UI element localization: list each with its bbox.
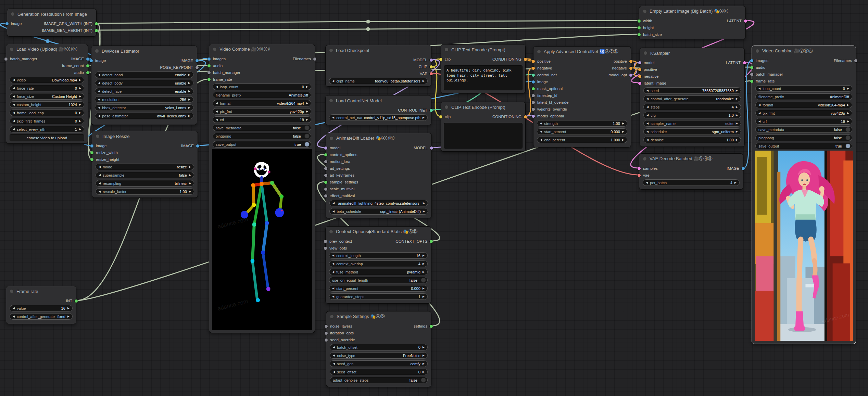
increment-arrow-icon[interactable]: ▶ xyxy=(423,210,425,213)
widget-crf[interactable]: ◀crf19▶ xyxy=(755,118,852,125)
decrement-arrow-icon[interactable]: ◀ xyxy=(332,287,334,290)
node-vae-decode-batched[interactable]: VAE Decode Batched 🎥ⓋⒽⓈsamplesIMAGEvae◀p… xyxy=(639,153,743,190)
widget-context_length[interactable]: ◀context_length16▶ xyxy=(329,252,428,259)
collapse-dot[interactable] xyxy=(329,48,333,52)
collapse-dot[interactable] xyxy=(330,315,334,319)
widget-save_metadata[interactable]: save_metadatafalse xyxy=(755,126,852,133)
widget-ckpt_name[interactable]: ◀ckpt_nametoonyou_beta6.safetensors▶ xyxy=(329,78,428,84)
increment-arrow-icon[interactable]: ▶ xyxy=(189,166,191,168)
increment-arrow-icon[interactable]: ▶ xyxy=(67,307,70,310)
widget-fuse_method[interactable]: ◀fuse_methodpyramid▶ xyxy=(329,269,428,275)
decrement-arrow-icon[interactable]: ◀ xyxy=(332,254,334,257)
input-port-ad_keyframes[interactable]: ad_keyframes xyxy=(326,172,354,179)
increment-arrow-icon[interactable]: ▶ xyxy=(736,114,738,117)
widget-format[interactable]: ◀formatvideo/h264-mp4▶ xyxy=(213,100,311,106)
collapse-dot[interactable] xyxy=(537,50,541,54)
increment-arrow-icon[interactable]: ▶ xyxy=(423,80,425,82)
widget-rescale_factor[interactable]: ◀rescale_factor1.00▶ xyxy=(96,188,194,195)
input-port-ad_settings[interactable]: ad_settings xyxy=(326,165,350,172)
decrement-arrow-icon[interactable]: ◀ xyxy=(216,86,218,88)
increment-arrow-icon[interactable]: ▶ xyxy=(189,190,191,193)
decrement-arrow-icon[interactable]: ◀ xyxy=(216,102,218,105)
input-port-images[interactable]: images xyxy=(209,55,226,62)
widget-control_after_generate[interactable]: ◀control_after_generaterandomize▶ xyxy=(643,95,741,102)
increment-arrow-icon[interactable]: ▶ xyxy=(79,128,81,131)
input-port-image[interactable]: image xyxy=(7,20,22,27)
widget-video[interactable]: ◀videoDownload.mp4▶ xyxy=(10,77,84,83)
node-clip-text-encode-negative[interactable]: CLIP Text Encode (Prompt)clipCONDITIONIN… xyxy=(441,102,526,152)
workflow-canvas[interactable]: Generation Resolution From ImageimageIMA… xyxy=(0,0,868,396)
output-port-CONTEXT_OPTS[interactable]: CONTEXT_OPTS xyxy=(395,238,431,245)
node-video-combine-output[interactable]: Video Combine 🎥ⓋⒽⓈimagesFilenamesaudioba… xyxy=(752,46,856,344)
increment-arrow-icon[interactable]: ▶ xyxy=(188,74,190,76)
node-frame-rate[interactable]: Frame rateINT◀value16▶◀control_after_gen… xyxy=(6,286,76,324)
toggle-knob-icon[interactable] xyxy=(845,127,851,132)
widget-control_net_name[interactable]: ◀control_net_namecontrol_v11p_sd15_openp… xyxy=(329,114,428,121)
input-port-model_optional[interactable]: model_optional xyxy=(533,113,564,119)
decrement-arrow-icon[interactable]: ◀ xyxy=(99,166,101,168)
widget-start_percent[interactable]: ◀start_percent0.000▶ xyxy=(329,285,428,292)
increment-arrow-icon[interactable]: ▶ xyxy=(79,120,81,123)
output-port-Filenames[interactable]: Filenames xyxy=(293,55,315,62)
output-port-CONDITIONING[interactable]: CONDITIONING xyxy=(492,113,525,120)
input-port-width[interactable]: width xyxy=(639,17,652,24)
widget-save_output[interactable]: save_outputtrue xyxy=(755,143,852,149)
widget-pingpong[interactable]: pingpongfalse xyxy=(755,135,852,141)
input-port-images[interactable]: images xyxy=(752,57,768,64)
input-port-iteration_opts[interactable]: iteration_opts xyxy=(326,330,354,336)
output-port-settings[interactable]: settings xyxy=(414,323,431,330)
output-port-IMAGE[interactable]: IMAGE xyxy=(727,165,743,172)
decrement-arrow-icon[interactable]: ◀ xyxy=(13,128,15,131)
collapse-dot[interactable] xyxy=(444,48,449,52)
decrement-arrow-icon[interactable]: ◀ xyxy=(332,271,334,273)
widget-cfg[interactable]: ◀cfg1.0▶ xyxy=(643,112,741,118)
node-clip-text-encode-positive[interactable]: CLIP Text Encode (Prompt)clipCONDITIONIN… xyxy=(441,44,526,93)
collapse-dot[interactable] xyxy=(96,134,100,138)
input-port-batch_manager[interactable]: batch_manager xyxy=(6,55,37,62)
increment-arrow-icon[interactable]: ▶ xyxy=(423,362,425,365)
toggle-knob-icon[interactable] xyxy=(304,142,310,147)
input-port-vae[interactable]: vae xyxy=(639,172,650,179)
widget-steps[interactable]: ◀steps4▶ xyxy=(643,104,741,110)
increment-arrow-icon[interactable]: ▶ xyxy=(79,103,81,106)
decrement-arrow-icon[interactable]: ◀ xyxy=(758,87,760,90)
increment-arrow-icon[interactable]: ▶ xyxy=(423,346,425,349)
widget-detect_face[interactable]: ◀detect_faceenable▶ xyxy=(95,88,193,94)
toggle-knob-icon[interactable] xyxy=(304,133,310,139)
input-port-negative[interactable]: negative xyxy=(533,65,552,72)
collapse-dot[interactable] xyxy=(10,47,14,51)
decrement-arrow-icon[interactable]: ◀ xyxy=(98,106,100,109)
widget-value[interactable]: ◀value16▶ xyxy=(10,305,73,311)
toggle-knob-icon[interactable] xyxy=(845,143,851,149)
widget-context_overlap[interactable]: ◀context_overlap4▶ xyxy=(329,260,428,267)
collapse-dot[interactable] xyxy=(643,51,647,55)
decrement-arrow-icon[interactable]: ◀ xyxy=(13,112,15,114)
widget-force_size[interactable]: ◀force_sizeCustom Height▶ xyxy=(10,93,84,100)
decrement-arrow-icon[interactable]: ◀ xyxy=(333,362,335,365)
decrement-arrow-icon[interactable]: ◀ xyxy=(13,120,15,123)
increment-arrow-icon[interactable]: ▶ xyxy=(736,106,738,108)
decrement-arrow-icon[interactable]: ◀ xyxy=(646,89,649,92)
prompt-textarea[interactable] xyxy=(444,123,523,149)
increment-arrow-icon[interactable]: ▶ xyxy=(423,116,425,119)
widget-start_percent[interactable]: ◀start_percent0.000▶ xyxy=(537,128,627,135)
input-port-latent_image[interactable]: latent_image xyxy=(640,80,666,87)
increment-arrow-icon[interactable]: ▶ xyxy=(189,174,191,177)
decrement-arrow-icon[interactable]: ◀ xyxy=(758,112,760,115)
widget-detect_body[interactable]: ◀detect_bodyenable▶ xyxy=(95,80,193,86)
node-ksampler[interactable]: KSamplermodelLATENTpositivenegativelaten… xyxy=(640,48,745,147)
input-port-context_options[interactable]: context_options xyxy=(326,151,357,158)
decrement-arrow-icon[interactable]: ◀ xyxy=(99,182,101,185)
widget-control_after_generate[interactable]: ◀control_after_generatefixed▶ xyxy=(10,313,73,320)
widget-beta_schedule[interactable]: ◀beta_schedulesqrt_linear (AnimateDiff)▶ xyxy=(329,208,428,215)
decrement-arrow-icon[interactable]: ◀ xyxy=(99,174,101,177)
decrement-arrow-icon[interactable]: ◀ xyxy=(216,118,218,121)
output-port-CLIP[interactable]: CLIP xyxy=(418,63,431,70)
increment-arrow-icon[interactable]: ▶ xyxy=(188,98,190,101)
output-port-negative[interactable]: negative xyxy=(612,65,631,72)
widget-resolution[interactable]: ◀resolution256▶ xyxy=(95,96,193,103)
increment-arrow-icon[interactable]: ▶ xyxy=(734,181,737,184)
output-port-MODEL[interactable]: MODEL xyxy=(414,144,431,151)
input-port-control_net[interactable]: control_net xyxy=(533,72,557,78)
decrement-arrow-icon[interactable]: ◀ xyxy=(332,295,334,298)
